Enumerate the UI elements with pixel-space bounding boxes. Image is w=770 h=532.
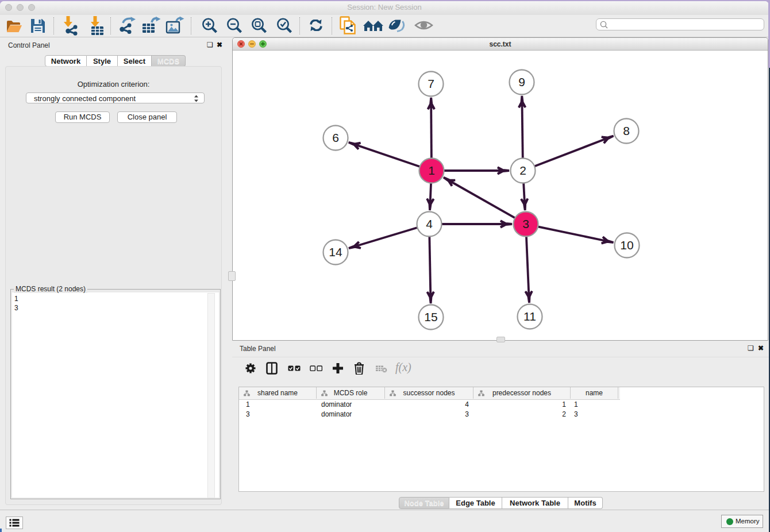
svg-text:6: 6 bbox=[332, 131, 339, 144]
svg-text:3: 3 bbox=[522, 217, 529, 230]
svg-text:7: 7 bbox=[428, 77, 434, 90]
svg-text:2: 2 bbox=[519, 164, 526, 177]
svg-text:11: 11 bbox=[523, 310, 536, 323]
svg-text:1: 1 bbox=[428, 164, 435, 177]
svg-text:15: 15 bbox=[424, 310, 437, 323]
svg-text:9: 9 bbox=[518, 75, 525, 88]
svg-text:10: 10 bbox=[620, 238, 633, 252]
svg-text:4: 4 bbox=[426, 217, 433, 230]
svg-text:8: 8 bbox=[623, 124, 630, 137]
svg-text:14: 14 bbox=[329, 245, 342, 259]
